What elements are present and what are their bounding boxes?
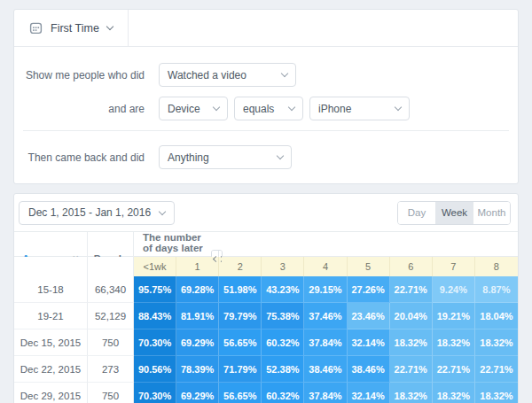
retention-cell: 88.43%	[134, 303, 176, 329]
value-select-value: iPhone	[318, 103, 351, 115]
retention-report-page: First Time Show me people who did Watche…	[0, 0, 532, 403]
retention-cell: 32.14%	[348, 329, 390, 356]
date-range-button[interactable]: Dec 1, 2015 - Jan 1, 2016	[19, 201, 175, 225]
chevron-down-icon	[213, 104, 220, 111]
retention-cell: 60.32%	[262, 329, 304, 356]
retention-cell: 69.29%	[176, 329, 219, 356]
show-me-label: Show me people who did	[14, 69, 145, 81]
retention-cell: 19.21%	[433, 303, 475, 329]
event-select-value: Watched a video	[168, 69, 246, 81]
row-label: Dec 29, 2015	[14, 383, 88, 403]
row-people: 66,340	[88, 276, 134, 303]
retention-cell: 69.29%	[176, 383, 219, 403]
event-select[interactable]: Watched a video	[159, 63, 296, 87]
granularity-day-button[interactable]: Day	[398, 202, 435, 224]
retention-cell: 18.32%	[433, 383, 475, 403]
period-header-cell: 8	[475, 257, 518, 276]
return-event-select-value: Anything	[168, 151, 209, 164]
operator-select-value: equals	[243, 103, 274, 115]
retention-cell: 70.30%	[134, 383, 176, 403]
retention-cell: 22.71%	[475, 356, 518, 383]
chevron-down-icon	[281, 70, 288, 77]
period-header-cell: 5	[348, 257, 390, 276]
retention-cell: 18.32%	[433, 329, 475, 356]
period-header-cell: 6	[390, 257, 433, 276]
retention-cell: 18.32%	[390, 329, 433, 356]
period-header-cell: 3	[262, 257, 304, 276]
row-label: 19-21	[14, 303, 88, 329]
calendar-icon	[29, 21, 43, 35]
retention-cell: 78.39%	[176, 356, 219, 383]
retention-cell: 8.87%	[475, 276, 518, 303]
retention-cell: 22.71%	[390, 276, 433, 303]
granularity-week-button[interactable]: Week	[435, 202, 473, 224]
retention-cell: 95.75%	[134, 276, 176, 303]
property-filter-group: DeviceequalsiPhone	[159, 97, 410, 120]
period-header-cell: 2	[219, 257, 262, 276]
filter-row-and-are: and are DeviceequalsiPhone	[14, 97, 518, 120]
period-header-cell: <1wk	[134, 257, 176, 276]
retention-cell: 60.32%	[262, 383, 304, 403]
retention-cell: 75.38%	[262, 303, 304, 329]
retention-cell: 20.04%	[390, 303, 433, 329]
retention-cell: 18.32%	[475, 329, 518, 356]
period-header-cell: 7	[433, 257, 475, 276]
first-time-tab[interactable]: First Time	[14, 10, 129, 46]
date-range-label: Dec 1, 2015 - Jan 1, 2016	[28, 206, 151, 219]
retention-panel: Dec 1, 2015 - Jan 1, 2016 DayWeekMonth A…	[13, 193, 519, 403]
row-people: 52,129	[88, 303, 134, 329]
property-select[interactable]: Device	[159, 97, 228, 120]
retention-toolbar: Dec 1, 2015 - Jan 1, 2016 DayWeekMonth	[14, 194, 518, 231]
table-row: Dec 15, 201575070.30%69.29%56.65%60.32%3…	[14, 329, 518, 356]
table-row: Dec 29, 201575070.30%69.29%56.65%60.32%3…	[14, 383, 518, 403]
granularity-month-button[interactable]: Month	[473, 202, 510, 224]
retention-table: Age ✕ People The number of days later yo…	[14, 231, 518, 403]
age-column-spacer	[14, 257, 88, 276]
row-people: 273	[88, 356, 134, 383]
retention-cell: 52.38%	[262, 356, 304, 383]
table-row: 19-2152,12988.43%81.91%79.79%75.38%37.46…	[14, 303, 518, 329]
row-label: Dec 15, 2015	[14, 329, 88, 356]
retention-cell: 43.23%	[262, 276, 304, 303]
granularity-toggle: DayWeekMonth	[397, 201, 511, 225]
chevron-down-icon	[106, 23, 113, 30]
return-event-select[interactable]: Anything	[159, 145, 292, 169]
retention-cell: 37.84%	[304, 383, 347, 403]
retention-cell: 37.84%	[304, 329, 347, 356]
period-header-row: <1wk12345678	[14, 257, 518, 276]
retention-cell: 23.46%	[348, 303, 390, 329]
row-label: Dec 22, 2015	[14, 356, 88, 383]
retention-cell: 90.56%	[134, 356, 176, 383]
filter-panel: First Time Show me people who did Watche…	[13, 9, 519, 184]
value-select[interactable]: iPhone	[309, 97, 410, 120]
chevron-down-icon	[159, 207, 166, 214]
retention-cell: 18.04%	[475, 303, 518, 329]
period-header-cell: 4	[304, 257, 347, 276]
row-label: 15-18	[14, 276, 88, 303]
filter-divider	[23, 130, 509, 131]
retention-cell: 27.26%	[348, 276, 390, 303]
filter-panel-header: First Time	[14, 10, 518, 47]
row-people: 750	[88, 383, 134, 403]
retention-cell: 37.46%	[304, 303, 347, 329]
retention-cell: 9.24%	[433, 276, 475, 303]
retention-cell: 22.71%	[433, 356, 475, 383]
retention-cell: 18.32%	[390, 383, 433, 403]
chevron-down-icon	[277, 152, 284, 159]
row-people: 750	[88, 329, 134, 356]
retention-cell: 71.79%	[219, 356, 262, 383]
retention-cell: 38.46%	[304, 356, 347, 383]
operator-select[interactable]: equals	[234, 97, 303, 120]
property-select-value: Device	[168, 103, 200, 115]
retention-cell: 81.91%	[176, 303, 219, 329]
retention-cell: 22.71%	[390, 356, 433, 383]
table-row: Dec 22, 201527390.56%78.39%71.79%52.38%3…	[14, 356, 518, 383]
filters-section: Show me people who did Watched a video a…	[14, 47, 518, 169]
table-body: 15-1866,34095.75%69.28%51.98%43.23%29.15…	[14, 276, 518, 403]
chevron-down-icon	[395, 104, 402, 111]
filter-row-came-back: Then came back and did Anything	[14, 145, 518, 169]
retention-cell: 79.79%	[219, 303, 262, 329]
retention-cell: 69.28%	[176, 276, 219, 303]
retention-cell: 32.14%	[348, 383, 390, 403]
people-column-spacer	[88, 257, 134, 276]
